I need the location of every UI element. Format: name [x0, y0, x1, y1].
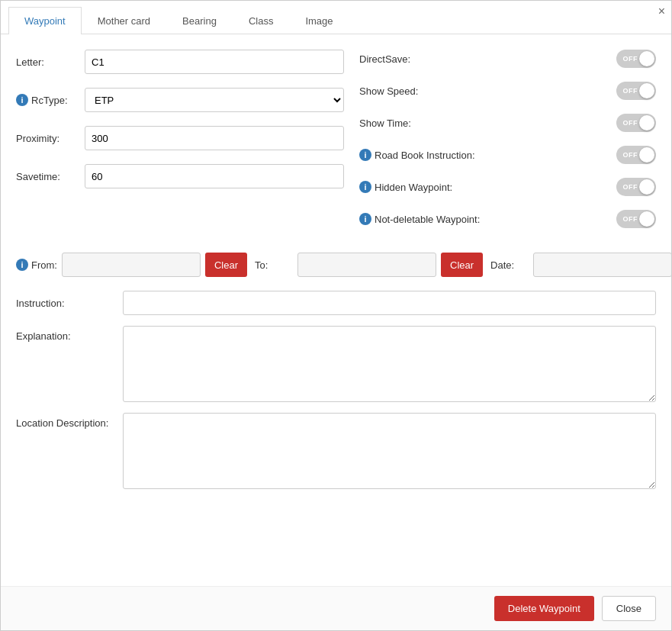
explanation-label: Explanation:: [16, 326, 123, 342]
not-deletable-toggle-text: OFF: [623, 215, 638, 223]
to-clear-button[interactable]: Clear: [441, 253, 483, 277]
tab-bar: Waypoint Mother card Bearing Class Image: [1, 7, 671, 34]
savetime-row: Savetime:: [16, 164, 344, 188]
directsave-knob: [639, 51, 654, 66]
tab-mother-card[interactable]: Mother card: [82, 7, 166, 34]
not-deletable-info-icon[interactable]: i: [359, 213, 371, 225]
letter-row: Letter:: [16, 50, 344, 74]
tab-image[interactable]: Image: [289, 7, 349, 34]
explanation-row: Explanation:: [16, 326, 656, 402]
not-deletable-label: i Not-deletable Waypoint:: [359, 213, 616, 225]
location-textarea[interactable]: [123, 413, 656, 489]
proximity-input[interactable]: [85, 126, 344, 150]
show-speed-label: Show Speed:: [359, 85, 616, 97]
from-group: i From: Clear: [16, 253, 247, 277]
hidden-waypoint-toggle[interactable]: OFF: [616, 178, 656, 196]
form-section: Letter: i RcType: ETP WP TC PC CP: [16, 50, 656, 242]
instruction-row: Instruction:: [16, 291, 656, 315]
location-label: Location Description:: [16, 413, 123, 429]
show-time-knob: [639, 115, 654, 130]
instruction-input[interactable]: [123, 291, 656, 315]
not-deletable-toggle[interactable]: OFF: [616, 210, 656, 228]
proximity-label: Proximity:: [16, 133, 85, 144]
location-row: Location Description:: [16, 413, 656, 489]
hidden-waypoint-row: i Hidden Waypoint: OFF: [359, 178, 656, 196]
hidden-waypoint-toggle-text: OFF: [623, 183, 638, 191]
directsave-toggle[interactable]: OFF: [616, 50, 656, 68]
letter-label: Letter:: [16, 56, 85, 68]
rctype-select[interactable]: ETP WP TC PC CP: [85, 88, 344, 112]
rctype-info-icon[interactable]: i: [16, 94, 28, 106]
footer: Delete Waypoint Close: [1, 586, 671, 630]
tab-waypoint[interactable]: Waypoint: [8, 7, 82, 34]
show-speed-toggle-text: OFF: [623, 87, 638, 95]
directsave-row: DirectSave: OFF: [359, 50, 656, 68]
not-deletable-row: i Not-deletable Waypoint: OFF: [359, 210, 656, 228]
date-group: Date: Clear: [490, 253, 672, 277]
rctype-row: i RcType: ETP WP TC PC CP: [16, 88, 344, 112]
show-time-label: Show Time:: [359, 118, 616, 129]
instruction-label: Instruction:: [16, 298, 123, 309]
road-book-info-icon[interactable]: i: [359, 149, 371, 161]
left-column: Letter: i RcType: ETP WP TC PC CP: [16, 50, 344, 242]
savetime-label: Savetime:: [16, 171, 85, 182]
date-label: Date:: [490, 259, 529, 271]
from-info-icon[interactable]: i: [16, 259, 28, 271]
savetime-input[interactable]: [85, 164, 344, 188]
road-book-toggle[interactable]: OFF: [616, 146, 656, 164]
letter-input[interactable]: [85, 50, 344, 74]
to-group: To: Clear: [255, 253, 483, 277]
directsave-label: DirectSave:: [359, 53, 616, 65]
road-book-label: i Road Book Instruction:: [359, 149, 616, 161]
close-footer-button[interactable]: Close: [602, 596, 656, 621]
tab-class[interactable]: Class: [233, 7, 290, 34]
dialog: × Waypoint Mother card Bearing Class Ima…: [0, 0, 672, 631]
show-time-toggle-text: OFF: [623, 119, 638, 127]
to-input[interactable]: [297, 253, 436, 277]
explanation-textarea[interactable]: [123, 326, 656, 402]
road-book-row: i Road Book Instruction: OFF: [359, 146, 656, 164]
main-content: Letter: i RcType: ETP WP TC PC CP: [1, 34, 671, 586]
from-input[interactable]: [62, 253, 201, 277]
from-to-date-row: i From: Clear To: Clear Date: Clear: [16, 253, 656, 277]
show-speed-knob: [639, 83, 654, 98]
to-label: To:: [255, 259, 293, 271]
show-time-toggle[interactable]: OFF: [616, 114, 656, 132]
directsave-toggle-text: OFF: [623, 55, 638, 63]
tab-bearing[interactable]: Bearing: [166, 7, 233, 34]
delete-waypoint-button[interactable]: Delete Waypoint: [494, 596, 594, 621]
show-speed-toggle[interactable]: OFF: [616, 82, 656, 100]
hidden-waypoint-label: i Hidden Waypoint:: [359, 181, 616, 193]
show-time-row: Show Time: OFF: [359, 114, 656, 132]
right-column: DirectSave: OFF Show Speed: OFF Show Tim…: [359, 50, 656, 242]
from-clear-button[interactable]: Clear: [205, 253, 247, 277]
not-deletable-knob: [639, 211, 654, 227]
hidden-waypoint-knob: [639, 179, 654, 195]
show-speed-row: Show Speed: OFF: [359, 82, 656, 100]
road-book-knob: [639, 147, 654, 163]
road-book-toggle-text: OFF: [623, 151, 638, 159]
from-label: i From:: [16, 259, 57, 271]
rctype-label: i RcType:: [16, 94, 85, 106]
date-input[interactable]: [533, 253, 672, 277]
proximity-row: Proximity:: [16, 126, 344, 150]
close-x-button[interactable]: ×: [658, 5, 665, 18]
hidden-waypoint-info-icon[interactable]: i: [359, 181, 371, 193]
